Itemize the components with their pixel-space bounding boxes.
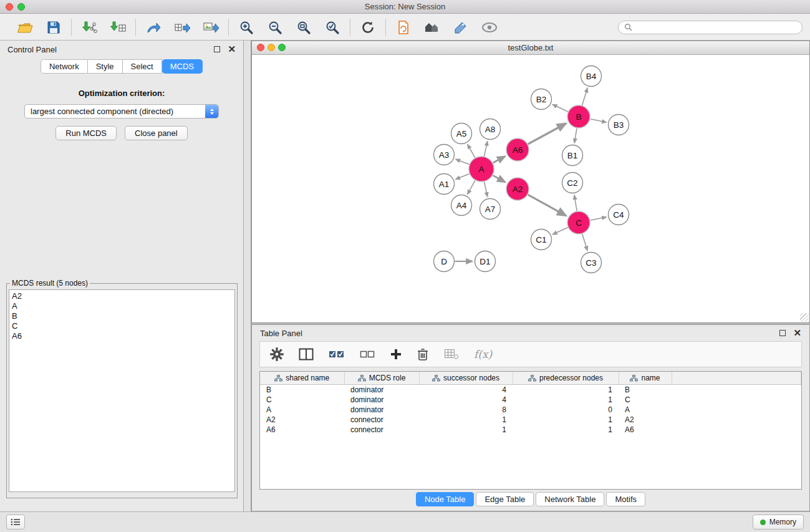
- close-panel-icon[interactable]: ✕: [228, 46, 236, 53]
- graph-node-B1[interactable]: B1: [562, 145, 583, 166]
- home-button[interactable]: [422, 17, 442, 37]
- search-input[interactable]: [636, 22, 796, 32]
- graph-node-C3[interactable]: C3: [581, 253, 602, 273]
- zoom-window-button[interactable]: [17, 3, 25, 11]
- minimize-network-window-button[interactable]: [268, 44, 275, 51]
- graph-node-B3[interactable]: B3: [609, 115, 629, 135]
- import-network-button[interactable]: [79, 17, 99, 37]
- import-table-button[interactable]: [108, 17, 128, 37]
- tab-select[interactable]: Select: [123, 59, 162, 74]
- column-header-shared-name[interactable]: shared name: [260, 372, 344, 385]
- graph-node-D1[interactable]: D1: [475, 251, 496, 272]
- unselect-all-columns-button[interactable]: [360, 349, 375, 359]
- close-panel-button[interactable]: Close panel: [125, 126, 188, 140]
- graph-node-A8[interactable]: A8: [480, 119, 501, 140]
- graph-node-C[interactable]: C: [567, 211, 590, 234]
- tab-network[interactable]: Network: [41, 59, 88, 74]
- run-mcds-button[interactable]: Run MCDS: [55, 126, 117, 140]
- mcds-result-item[interactable]: A6: [12, 331, 232, 341]
- mcds-result-item[interactable]: C: [12, 321, 232, 331]
- memory-button[interactable]: Memory: [753, 515, 804, 530]
- column-header-predecessor-nodes[interactable]: predecessor nodes: [513, 372, 619, 385]
- graph-node-A5[interactable]: A5: [451, 123, 472, 144]
- graph-node-D[interactable]: D: [434, 251, 455, 272]
- graph-edge-A-A8[interactable]: [485, 142, 488, 157]
- delete-column-button[interactable]: [417, 347, 429, 361]
- graph-node-C4[interactable]: C4: [609, 205, 629, 225]
- export-table-button[interactable]: [172, 17, 192, 37]
- graph-edge-C-C4[interactable]: [591, 217, 607, 220]
- export-network-button[interactable]: [143, 17, 163, 37]
- search-box[interactable]: [618, 21, 803, 34]
- apply-layout-button[interactable]: [358, 17, 378, 37]
- graph-edge-A-A5[interactable]: [468, 145, 475, 158]
- task-history-button[interactable]: [6, 515, 25, 530]
- close-window-button[interactable]: [6, 3, 13, 11]
- annotation-button[interactable]: [451, 17, 471, 37]
- network-window-titlebar[interactable]: testGlobe.txt: [252, 41, 809, 55]
- graph-node-B2[interactable]: B2: [531, 89, 552, 110]
- mcds-result-item[interactable]: A: [12, 301, 232, 311]
- network-canvas[interactable]: B4B2BB3A5A8A6A3B1AC2A1A2A4A7C4CC1C3DD1: [252, 55, 809, 322]
- graph-edge-B-B4[interactable]: [582, 88, 588, 105]
- table-row[interactable]: Bdominator41B: [260, 385, 801, 395]
- column-header-successor-nodes[interactable]: successor nodes: [419, 372, 513, 385]
- open-session-button[interactable]: [15, 17, 35, 37]
- graph-node-A6[interactable]: A6: [506, 138, 529, 161]
- column-header-name[interactable]: name: [619, 372, 672, 385]
- graph-edge-C-C1[interactable]: [552, 228, 567, 235]
- tab-edge-table[interactable]: Edge Table: [476, 492, 534, 506]
- column-header-mcds-role[interactable]: MCDS role: [344, 372, 419, 385]
- show-column-button[interactable]: [299, 348, 314, 360]
- graph-edge-B-B3[interactable]: [591, 119, 607, 122]
- zoom-in-button[interactable]: [236, 17, 256, 37]
- export-image-button[interactable]: [201, 17, 221, 37]
- graph-edge-A2-C[interactable]: [528, 195, 566, 216]
- float-table-panel-icon[interactable]: [779, 330, 786, 336]
- graph-node-A4[interactable]: A4: [451, 195, 472, 216]
- graph-edge-A-A7[interactable]: [485, 182, 488, 197]
- tab-motifs[interactable]: Motifs: [606, 492, 645, 506]
- graph-node-C1[interactable]: C1: [531, 230, 552, 250]
- table-settings-button[interactable]: [270, 347, 284, 361]
- graph-node-A2[interactable]: A2: [506, 178, 529, 200]
- graph-node-A7[interactable]: A7: [480, 199, 501, 220]
- table-row[interactable]: A2connector11A2: [260, 415, 801, 425]
- graph-edge-C-C2[interactable]: [574, 195, 577, 211]
- delete-table-button[interactable]: [444, 349, 459, 360]
- graph-node-A3[interactable]: A3: [434, 145, 455, 165]
- zoom-out-button[interactable]: [265, 17, 285, 37]
- mcds-result-list[interactable]: A2ABCA6: [9, 289, 235, 492]
- panel-splitter[interactable]: [244, 41, 251, 511]
- graph-edge-B-B2[interactable]: [552, 105, 568, 112]
- save-session-button[interactable]: [44, 17, 64, 37]
- mcds-result-item[interactable]: A2: [12, 291, 232, 301]
- graph-node-C2[interactable]: C2: [562, 173, 583, 193]
- close-table-panel-icon[interactable]: ✕: [793, 329, 801, 337]
- network-document-button[interactable]: [393, 17, 413, 37]
- graph-edge-A6-B[interactable]: [528, 123, 566, 144]
- zoom-network-window-button[interactable]: [278, 44, 286, 51]
- mcds-result-item[interactable]: B: [12, 311, 232, 321]
- close-network-window-button[interactable]: [257, 44, 264, 51]
- graph-node-B[interactable]: B: [567, 105, 590, 128]
- graph-node-A1[interactable]: A1: [434, 174, 455, 195]
- tab-node-table[interactable]: Node Table: [416, 492, 475, 506]
- graph-edge-A-A3[interactable]: [456, 159, 470, 164]
- graphics-details-button[interactable]: [480, 17, 499, 37]
- graph-edge-A-A6[interactable]: [493, 157, 505, 163]
- function-builder-button[interactable]: f(x): [474, 348, 492, 360]
- float-panel-icon[interactable]: [214, 46, 220, 52]
- table-row[interactable]: A6connector11A6: [260, 425, 801, 435]
- tab-network-table[interactable]: Network Table: [536, 492, 604, 506]
- graph-edge-A-A1[interactable]: [456, 174, 470, 180]
- zoom-fit-button[interactable]: [294, 17, 314, 37]
- graph-node-A[interactable]: A: [469, 157, 494, 181]
- zoom-selected-button[interactable]: [322, 17, 342, 37]
- create-column-button[interactable]: [390, 349, 402, 360]
- table-row[interactable]: Adominator80A: [260, 405, 801, 415]
- window-resize-grip[interactable]: [800, 313, 809, 322]
- tab-mcds[interactable]: MCDS: [162, 59, 203, 74]
- graph-edge-B-B1[interactable]: [574, 128, 577, 143]
- graph-edge-C-C3[interactable]: [582, 234, 587, 251]
